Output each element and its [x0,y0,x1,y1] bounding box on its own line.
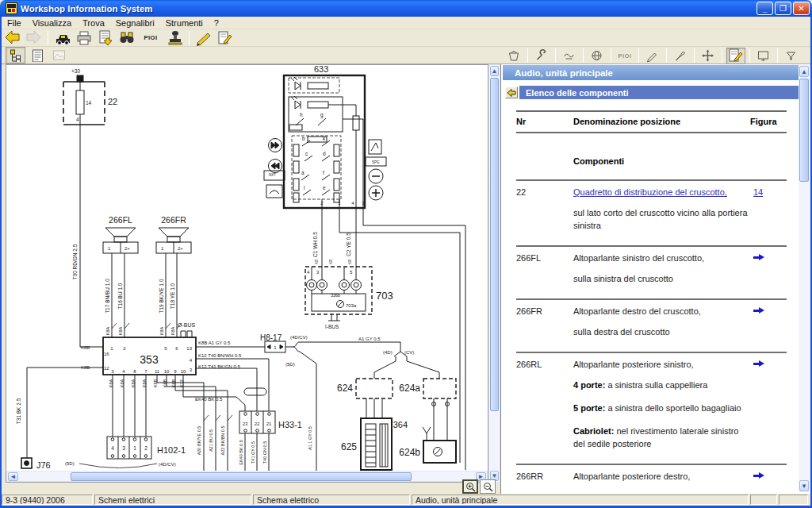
move-button[interactable] [699,48,718,64]
hands-button[interactable] [560,48,579,64]
media-icons [264,139,386,201]
scroll-up-button[interactable]: ▲ [490,66,499,76]
diagram-label: (CV) [404,350,414,355]
diagram-label: (4D/CV) [290,335,308,340]
panel-scrollbar[interactable]: ▲ ▼ [799,65,810,492]
globe-button[interactable] [588,48,607,64]
pioi-button[interactable]: PIOI [615,48,634,64]
diagram-label: 624 [337,383,353,394]
panel-title: Audio, unità principale [515,68,613,78]
wrench-button[interactable] [532,48,551,64]
vehicle-button[interactable] [52,29,72,46]
document-export-button[interactable] [95,29,115,46]
wiring-diagram: +3022144T30 RD/GN 2.5266FL266FR12+12+T17… [6,64,488,483]
document-button[interactable] [27,47,47,64]
diagram-label: H8-17 [260,333,282,342]
status-cell-5 [779,495,808,505]
component-row: 266FLAltoparlante sinistro del cruscotto… [516,245,787,298]
diagram-label: 5 [164,346,167,351]
tree-button[interactable] [6,47,25,64]
diagram-label: K8A [118,326,123,335]
forward-arrow-button[interactable] [24,29,44,46]
stamp-button[interactable] [165,29,185,46]
diagram-label: 703a [346,303,357,308]
diagram-label: 624a [399,383,420,394]
diagram-label: 4 [190,358,193,363]
zoom-out-button[interactable] [480,479,496,494]
component-info: Quadretto di distribuzione del cruscotto… [573,187,750,233]
diagram-label: K8 [347,260,352,264]
diagram-label: K8B A1 GY 0.5 [198,341,231,345]
wire-ek40 [183,375,245,411]
figura-cell: 14 [750,187,787,233]
figura-arrow-icon[interactable] [753,307,764,314]
figura-arrow-icon[interactable] [753,472,764,479]
component-info: Altoparlante sinistro del cruscotto,sull… [573,253,750,286]
binoculars-button[interactable] [117,29,136,46]
scroll-left-button[interactable]: ◄ [8,472,18,481]
menu-item-file[interactable]: File [2,17,27,29]
figura-arrow-icon[interactable] [753,254,764,261]
figura-link[interactable]: 14 [753,187,763,197]
table-header: Nr Denominazione posizione Figura [516,110,787,133]
figura-arrow-icon[interactable] [753,360,764,368]
diagram-label: a [301,170,304,175]
back-button[interactable] [505,87,518,98]
back-arrow-button[interactable] [2,29,22,46]
menu-item-strumenti[interactable]: Strumenti [160,17,209,29]
menu-item-trova[interactable]: Trova [77,17,110,29]
panel-title-bar: Audio, unità principale [503,65,799,80]
maximize-button[interactable]: ❐ [775,2,791,15]
diagram-hscrollbar[interactable]: ◄ ► [6,471,488,482]
diagram-label: EK40 BK 0.5 [239,440,243,465]
diagram-label: K8 [328,260,333,264]
screen-button[interactable] [754,48,773,64]
zoom-in-button[interactable] [462,479,478,494]
diagram-label: K8B [171,379,176,387]
diagram-label: 13 [186,346,192,351]
highlighter-button[interactable] [193,29,213,46]
diagram-label: 2 [123,346,126,351]
panel-scroll-up[interactable]: ▲ [799,66,809,77]
diagram-label: d [323,151,326,156]
menu-item-visualizza[interactable]: Visualizza [27,17,77,29]
menu-item-help[interactable]: ? [209,17,224,29]
diagram-label: h [300,112,303,117]
menu-item-segnalibri[interactable]: Segnalibri [110,17,160,29]
diagram-label: K8A [131,379,136,387]
toolbar-separator [638,48,639,63]
diagram-label: A1 GY 0.5 [358,337,381,341]
pioi-button[interactable]: PIOI [138,29,163,46]
diagram-label: K8A [105,326,110,335]
brush-button[interactable] [671,48,690,64]
jug-button[interactable] [782,48,801,64]
toolbar-separator [48,31,48,45]
close-button[interactable]: ✕ [793,2,810,15]
col-figura: Figura [750,117,787,126]
panel-scroll-down[interactable]: ▼ [799,480,809,491]
diagram-label: 5 [350,270,353,275]
diagram-label: T30 RD/GN 2.5 [72,244,78,279]
diagram-label: +30 [71,68,80,74]
minimize-button[interactable]: _ [756,2,773,15]
diagram-label: O-BUS [178,322,196,328]
component-info: Altoparlante posteriore sinistro,4 porte… [573,360,750,451]
diagram-label: f [323,170,324,175]
diagram-label: 364 [393,420,408,429]
basket-button[interactable] [504,48,523,64]
note-edit-button[interactable] [215,29,235,46]
amplifier-624b [423,441,456,463]
diagram-vscrollbar[interactable]: ▲ ▼ [488,64,500,483]
diagram-label: g [320,112,324,118]
note-edit-button[interactable] [726,48,745,64]
diagram-label: C1 WH 0.5 [312,232,318,257]
status-cell-1: Schemi elettrici [94,495,251,505]
toolbar-separator [694,48,695,63]
component-link[interactable]: Quadretto di distribuzione del cruscotto… [573,187,727,197]
image-button[interactable] [48,47,68,64]
diagram-label: 22 [255,421,260,426]
printer-button[interactable] [74,29,94,46]
pencil-button[interactable] [643,48,662,64]
diagram-label: 1 [108,246,111,251]
title-bar: Workshop Information System _ ❐ ✕ [0,0,812,17]
